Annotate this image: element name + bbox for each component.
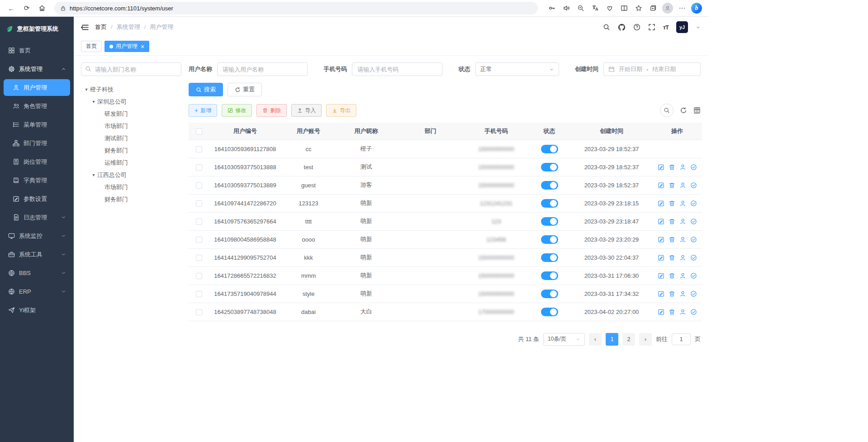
reset-password-icon[interactable] xyxy=(679,254,686,261)
row-checkbox[interactable] xyxy=(196,309,202,315)
github-icon[interactable] xyxy=(618,24,626,31)
assign-role-icon[interactable] xyxy=(690,200,697,207)
edit-button[interactable]: 修改 xyxy=(222,104,252,117)
assign-role-icon[interactable] xyxy=(690,290,697,297)
reset-password-icon[interactable] xyxy=(679,236,686,243)
row-checkbox[interactable] xyxy=(196,291,202,297)
assign-role-icon[interactable] xyxy=(690,309,697,315)
breadcrumb-home[interactable]: 首页 xyxy=(95,23,107,31)
tree-node[interactable]: ▾橙子科技 xyxy=(81,83,181,95)
font-size-icon[interactable]: тT xyxy=(663,24,669,31)
sidebar-item-bbs[interactable]: BBS xyxy=(0,264,74,282)
status-select[interactable]: 正常 xyxy=(475,62,559,76)
status-toggle[interactable] xyxy=(541,199,558,208)
dept-search-input[interactable] xyxy=(81,62,181,76)
reset-password-icon[interactable] xyxy=(679,200,686,207)
delete-icon[interactable] xyxy=(669,182,675,189)
back-icon[interactable]: ← xyxy=(5,2,18,14)
page-button-2[interactable]: 2 xyxy=(622,333,635,346)
sidebar-item-menu-mgmt[interactable]: 菜单管理 xyxy=(0,115,74,134)
delete-icon[interactable] xyxy=(669,290,675,297)
add-button[interactable]: +新增 xyxy=(189,104,217,117)
help-icon[interactable] xyxy=(633,24,640,31)
status-toggle[interactable] xyxy=(541,290,558,298)
edit-icon[interactable] xyxy=(658,309,664,315)
next-page-button[interactable]: › xyxy=(639,333,652,346)
reload-icon[interactable]: ⟳ xyxy=(20,2,33,14)
edit-icon[interactable] xyxy=(658,164,664,171)
close-icon[interactable]: × xyxy=(141,43,144,50)
settings-more-icon[interactable]: ⋯ xyxy=(675,2,689,14)
sidebar-item-yi-framework[interactable]: Yi框架 xyxy=(0,301,74,319)
user-avatar[interactable]: yJ xyxy=(676,21,688,33)
edit-icon[interactable] xyxy=(658,182,664,189)
page-button-1[interactable]: 1 xyxy=(606,333,618,346)
reset-password-icon[interactable] xyxy=(679,272,686,279)
collapse-menu-icon[interactable] xyxy=(81,24,89,31)
row-checkbox[interactable] xyxy=(196,200,202,207)
assign-role-icon[interactable] xyxy=(690,182,697,189)
delete-icon[interactable] xyxy=(669,309,675,315)
select-all-checkbox[interactable] xyxy=(196,128,202,135)
status-toggle[interactable] xyxy=(541,271,558,280)
sidebar-item-post-mgmt[interactable]: 岗位管理 xyxy=(0,152,74,171)
page-size-select[interactable]: 10条/页 xyxy=(543,333,585,346)
sidebar-item-log-mgmt[interactable]: 日志管理 xyxy=(0,208,74,227)
assign-role-icon[interactable] xyxy=(690,272,697,279)
table-refresh-icon[interactable] xyxy=(680,107,687,114)
tree-node[interactable]: 市场部门 xyxy=(81,181,181,193)
row-checkbox[interactable] xyxy=(196,255,202,261)
reset-password-icon[interactable] xyxy=(679,309,686,315)
row-checkbox[interactable] xyxy=(196,219,202,225)
sidebar-item-erp[interactable]: ERP xyxy=(0,282,74,301)
status-toggle[interactable] xyxy=(541,181,558,190)
prev-page-button[interactable]: ‹ xyxy=(589,333,602,346)
edit-icon[interactable] xyxy=(658,290,664,297)
edit-icon[interactable] xyxy=(658,218,664,225)
copilot-icon[interactable]: b xyxy=(690,2,703,14)
search-icon[interactable] xyxy=(603,24,610,31)
browser-essentials-icon[interactable] xyxy=(603,2,617,14)
table-search-icon[interactable] xyxy=(660,104,674,117)
export-button[interactable]: 导出 xyxy=(326,104,356,117)
sidebar-item-system-mgmt[interactable]: 系统管理 xyxy=(0,60,74,78)
tree-node[interactable]: 财务部门 xyxy=(81,193,181,205)
sidebar-item-dict-mgmt[interactable]: 字典管理 xyxy=(0,171,74,190)
row-checkbox[interactable] xyxy=(196,164,202,171)
profile-avatar[interactable] xyxy=(661,2,674,14)
status-toggle[interactable] xyxy=(541,235,558,244)
reset-password-icon[interactable] xyxy=(679,218,686,225)
search-button[interactable]: 搜索 xyxy=(189,83,223,96)
tab-user-mgmt[interactable]: 用户管理 × xyxy=(104,41,149,52)
sidebar-item-system-monitor[interactable]: 系统监控 xyxy=(0,227,74,245)
row-checkbox[interactable] xyxy=(196,182,202,189)
tree-node[interactable]: 财务部门 xyxy=(81,144,181,157)
edit-icon[interactable] xyxy=(658,272,664,279)
tree-node[interactable]: 运维部门 xyxy=(81,157,181,169)
delete-icon[interactable] xyxy=(669,272,675,279)
breadcrumb-system[interactable]: 系统管理 xyxy=(107,23,140,31)
delete-button[interactable]: 删除 xyxy=(256,104,287,117)
reset-password-icon[interactable] xyxy=(679,182,686,189)
reset-password-icon[interactable] xyxy=(679,164,686,171)
status-toggle[interactable] xyxy=(541,163,558,171)
phone-input[interactable] xyxy=(352,62,442,76)
delete-icon[interactable] xyxy=(669,218,675,225)
address-bar[interactable]: https://ccnetcore.com:1101/system/user xyxy=(54,2,538,14)
delete-icon[interactable] xyxy=(669,236,675,243)
tree-node[interactable]: ▾深圳总公司 xyxy=(81,95,181,108)
tree-node[interactable]: 测试部门 xyxy=(81,132,181,144)
tab-home[interactable]: 首页 xyxy=(81,41,102,52)
import-button[interactable]: 导入 xyxy=(291,104,322,117)
collections-icon[interactable] xyxy=(646,2,660,14)
sidebar-item-system-tools[interactable]: 系统工具 xyxy=(0,245,74,264)
chevron-down-icon[interactable] xyxy=(696,25,701,30)
status-toggle[interactable] xyxy=(541,308,558,316)
edit-icon[interactable] xyxy=(658,254,664,261)
status-toggle[interactable] xyxy=(541,217,558,226)
status-toggle[interactable] xyxy=(541,145,558,153)
zoom-icon[interactable] xyxy=(574,2,588,14)
edit-icon[interactable] xyxy=(658,200,664,207)
tree-node[interactable]: ▾江西总公司 xyxy=(81,169,181,181)
reset-button[interactable]: 重置 xyxy=(228,83,262,96)
